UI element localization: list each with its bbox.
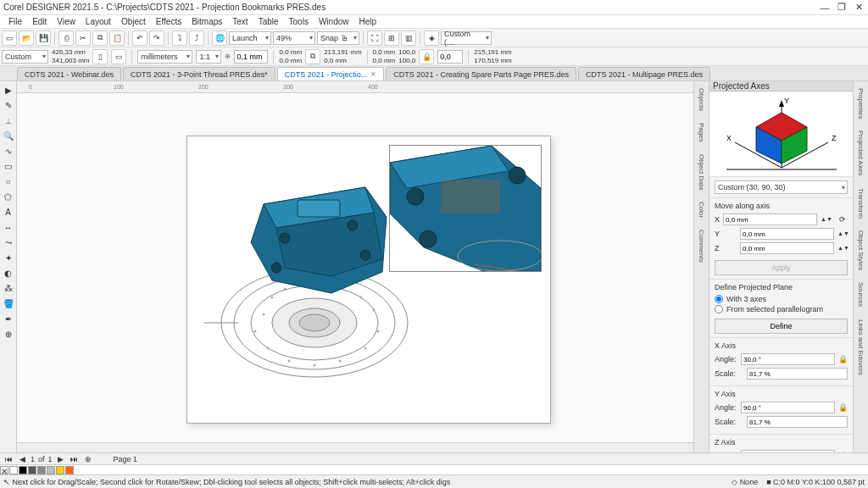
redo-icon[interactable]: ↷: [149, 30, 164, 46]
text-tool-icon[interactable]: A: [2, 205, 15, 219]
zoom-dropdown[interactable]: 49%: [273, 31, 315, 45]
close-tab-icon[interactable]: ✕: [370, 70, 376, 78]
move-z-input[interactable]: [740, 242, 834, 254]
close-button[interactable]: ✕: [853, 2, 865, 14]
first-page-icon[interactable]: ⏮: [3, 455, 14, 463]
from-parallelogram-radio[interactable]: [715, 305, 723, 313]
rotate-icon[interactable]: ⟳: [839, 215, 846, 224]
snap-dropdown[interactable]: Snap 🖯: [317, 31, 359, 45]
menu-tools[interactable]: Tools: [284, 17, 314, 26]
open-icon[interactable]: 📂: [19, 30, 34, 46]
next-page-icon[interactable]: ▶: [56, 455, 66, 463]
y-angle-input[interactable]: [741, 402, 835, 413]
docker-properties[interactable]: Properties: [855, 85, 866, 122]
docker-transform[interactable]: Transform: [855, 185, 866, 222]
crop-tool-icon[interactable]: ⟂: [2, 114, 15, 127]
menu-view[interactable]: View: [52, 17, 81, 26]
eyedropper-tool-icon[interactable]: ⁂: [2, 281, 15, 295]
color-swatch[interactable]: [47, 466, 55, 474]
units-dropdown[interactable]: millimeters: [137, 50, 192, 64]
save-icon[interactable]: 💾: [36, 30, 51, 46]
maximize-button[interactable]: ❐: [836, 2, 848, 14]
menu-table[interactable]: Table: [253, 17, 284, 26]
color-swatch[interactable]: [37, 466, 46, 474]
color-swatch[interactable]: [9, 466, 18, 474]
with-3-axes-radio[interactable]: [715, 295, 723, 303]
undo-icon[interactable]: ↶: [132, 30, 147, 46]
polygon-tool-icon[interactable]: ⬠: [2, 190, 15, 203]
transparency-tool-icon[interactable]: ◐: [2, 266, 15, 280]
docker-projected-axes[interactable]: Projected Axes: [855, 127, 866, 179]
color-swatch[interactable]: [65, 466, 74, 474]
menu-file[interactable]: File: [3, 17, 27, 26]
y-scale-input[interactable]: [747, 416, 848, 428]
menu-help[interactable]: Help: [354, 17, 382, 26]
x-angle-input[interactable]: [741, 353, 835, 365]
page-preset-dropdown[interactable]: Custom: [2, 50, 48, 64]
menu-text[interactable]: Text: [227, 17, 253, 26]
effect-tool-icon[interactable]: ✦: [2, 251, 15, 264]
guides-icon[interactable]: ▥: [401, 30, 416, 46]
doc-tab-0[interactable]: CDTS 2021 - Webinar.des: [17, 67, 121, 80]
launch-dropdown[interactable]: Launch: [229, 31, 271, 45]
publish-icon[interactable]: 🌐: [212, 30, 227, 46]
cut-icon[interactable]: ✂: [75, 30, 91, 46]
menu-window[interactable]: Window: [314, 17, 354, 26]
grid-icon[interactable]: ⊞: [384, 30, 399, 46]
docker-color[interactable]: Color: [696, 198, 707, 221]
page-tab[interactable]: Page 1: [114, 455, 138, 463]
copy-icon[interactable]: ⧉: [92, 30, 108, 46]
move-y-input[interactable]: [740, 228, 834, 240]
menu-layout[interactable]: Layout: [81, 17, 116, 26]
menu-edit[interactable]: Edit: [27, 17, 52, 26]
docker-comments[interactable]: Comments: [696, 226, 707, 266]
landscape-icon[interactable]: ▭: [111, 49, 126, 64]
rectangle-tool-icon[interactable]: ▭: [2, 159, 15, 173]
lock-icon[interactable]: 🔒: [419, 49, 434, 64]
projection-preset-dropdown[interactable]: Custom (…: [441, 31, 492, 45]
fill-tool-icon[interactable]: 🪣: [2, 297, 15, 310]
dup-offset-icon[interactable]: ⧉: [305, 49, 320, 64]
export-icon[interactable]: ⤴: [189, 30, 204, 46]
zoom-tool-icon[interactable]: 🔍: [2, 129, 15, 142]
drawing-canvas[interactable]: [17, 93, 693, 442]
import-icon[interactable]: ⤵: [172, 30, 187, 46]
menu-bitmaps[interactable]: Bitmaps: [186, 17, 227, 26]
spinner-icon[interactable]: ▲▼: [821, 217, 831, 222]
docker-sources[interactable]: Sources: [855, 279, 866, 310]
move-x-input[interactable]: [723, 214, 817, 225]
docker-pages[interactable]: Pages: [696, 119, 707, 146]
docker-object-styles[interactable]: Object Styles: [855, 227, 866, 274]
paste-icon[interactable]: 📋: [109, 30, 125, 46]
angle-input[interactable]: [437, 50, 463, 64]
define-button[interactable]: Define: [715, 319, 848, 334]
menu-object[interactable]: Object: [116, 17, 151, 26]
x-scale-input[interactable]: [747, 368, 848, 380]
axes-3d-preview[interactable]: X Y Z: [709, 92, 853, 176]
portrait-icon[interactable]: ▯: [92, 49, 108, 64]
ratio-dropdown[interactable]: 1:1: [196, 50, 221, 64]
shape-tool-icon[interactable]: ✎: [2, 98, 15, 112]
print-icon[interactable]: ⎙: [58, 30, 74, 46]
more-tools-icon[interactable]: ⊕: [2, 327, 15, 341]
docker-objects[interactable]: Objects: [696, 85, 707, 114]
nudge-input[interactable]: [234, 50, 268, 64]
fullscreen-icon[interactable]: ⛶: [367, 30, 382, 46]
horizontal-scrollbar[interactable]: [17, 442, 693, 452]
outline-tool-icon[interactable]: ✒: [2, 312, 15, 325]
dimension-tool-icon[interactable]: ↔: [2, 220, 15, 234]
doc-tab-3[interactable]: CDTS 2021 - Creating Spare Parts Page PR…: [386, 67, 576, 80]
prev-page-icon[interactable]: ◀: [17, 455, 27, 463]
lock-icon[interactable]: 🔒: [838, 403, 848, 412]
new-icon[interactable]: ▭: [2, 30, 17, 46]
ellipse-tool-icon[interactable]: ○: [2, 175, 15, 188]
add-page-icon[interactable]: ⊕: [83, 455, 93, 463]
color-swatch[interactable]: [28, 466, 36, 474]
pick-tool-icon[interactable]: ▶: [2, 83, 15, 97]
last-page-icon[interactable]: ⏭: [70, 455, 80, 463]
connector-tool-icon[interactable]: ⤳: [2, 236, 15, 249]
doc-tab-4[interactable]: CDTS 2021 - Multipage PRES.des: [578, 67, 710, 80]
docker-object-data[interactable]: Object Data: [696, 151, 707, 193]
docker-links[interactable]: Links and Edovers: [855, 316, 866, 379]
minimize-button[interactable]: —: [819, 2, 831, 14]
